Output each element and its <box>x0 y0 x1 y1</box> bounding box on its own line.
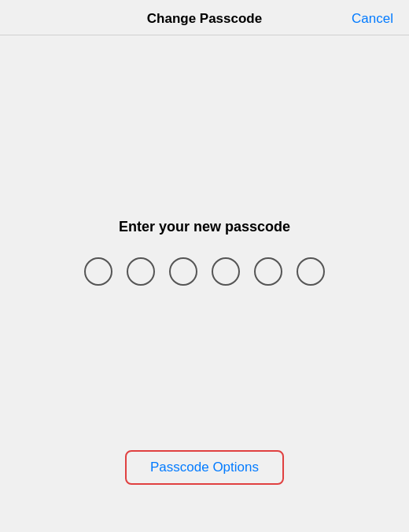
passcode-dot-5 <box>254 257 282 286</box>
passcode-dots <box>84 257 325 286</box>
page-title: Change Passcode <box>147 11 262 27</box>
passcode-dot-4 <box>212 257 240 286</box>
cancel-button[interactable]: Cancel <box>352 11 393 27</box>
passcode-dot-3 <box>169 257 197 286</box>
passcode-dot-6 <box>297 257 325 286</box>
page-container: Change Passcode Cancel Enter your new pa… <box>0 0 409 532</box>
header: Change Passcode Cancel <box>0 0 409 35</box>
passcode-options-button[interactable]: Passcode Options <box>125 450 284 485</box>
passcode-dot-2 <box>127 257 155 286</box>
options-button-wrapper: Passcode Options <box>125 450 284 485</box>
passcode-dot-1 <box>84 257 112 286</box>
prompt-text: Enter your new passcode <box>119 219 290 235</box>
